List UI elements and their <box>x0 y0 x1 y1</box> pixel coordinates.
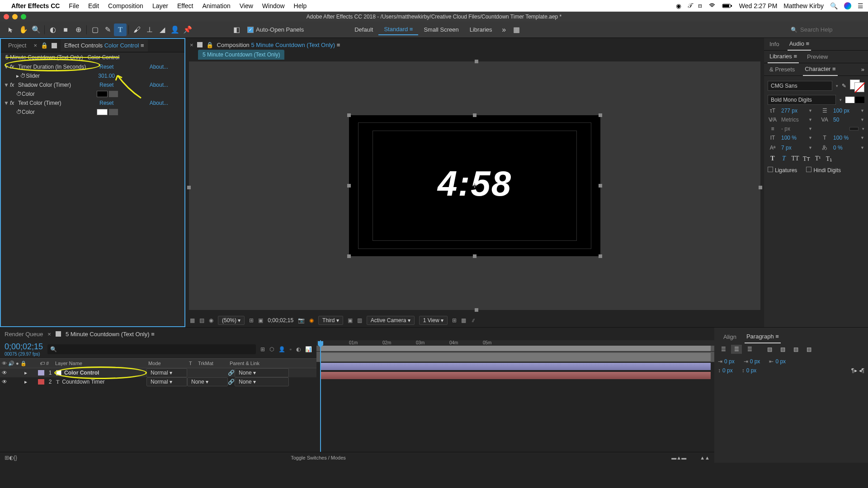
parent-dropdown[interactable]: None ▾ <box>235 377 289 386</box>
parent-dropdown[interactable]: None ▾ <box>235 368 289 377</box>
stroke-width-value[interactable]: - px <box>781 126 805 132</box>
about-link[interactable]: About... <box>150 64 168 70</box>
color-swatch[interactable] <box>97 109 108 115</box>
help-search-input[interactable] <box>800 26 863 33</box>
tab-paragraph[interactable]: Paragraph ≡ <box>745 330 781 343</box>
menu-help[interactable]: Help <box>294 2 307 9</box>
tab-render-queue[interactable]: Render Queue <box>5 331 43 338</box>
label-color[interactable] <box>38 370 44 375</box>
maximize-button[interactable] <box>21 14 26 19</box>
hindi-checkbox[interactable]: Hindi Digits <box>806 167 841 174</box>
current-timecode[interactable]: 0;00;02;15 <box>5 342 43 352</box>
time-ruler[interactable]: 01m 02m 03m 04m 05m <box>316 340 714 352</box>
justify-right-button[interactable]: ▤ <box>790 345 801 354</box>
align-right-button[interactable]: ☰ <box>744 345 755 354</box>
align-center-button[interactable]: ☰ <box>731 345 742 354</box>
comp-flowchart-tab[interactable]: 5 Minute Countdown (Text Only) <box>198 50 284 60</box>
type-tool-icon[interactable]: T <box>114 23 127 36</box>
tab-effect-controls[interactable]: Effect Controls Color Control ≡ <box>61 39 147 52</box>
close-tab-icon[interactable]: × <box>33 42 37 49</box>
viewer-timecode[interactable]: 0;00;02;15 <box>268 317 293 324</box>
video-col-icon[interactable]: 👁 <box>2 361 7 366</box>
blend-mode-dropdown[interactable]: Normal ▾ <box>146 377 187 386</box>
snapshot-icon[interactable]: 📷 <box>298 317 305 324</box>
spotlight-icon[interactable]: 🔍 <box>830 2 838 9</box>
timeline-tracks[interactable]: 01m 02m 03m 04m 05m <box>316 340 714 452</box>
eyedropper-icon[interactable] <box>109 91 118 97</box>
workspace-libraries[interactable]: Libraries <box>464 24 498 35</box>
tab-timeline-comp[interactable]: 5 Minute Countdown (Text Only) ≡ <box>66 331 155 338</box>
rulers-icon[interactable]: ▦ <box>510 23 523 36</box>
reset-button[interactable]: Reset <box>99 64 127 70</box>
effect-text-color[interactable]: ▼fx Text Color (Timer) Reset About... <box>1 99 184 108</box>
notifications-icon[interactable]: ☰ <box>858 2 863 9</box>
reset-button[interactable]: Reset <box>99 82 127 88</box>
grid-icon[interactable]: ▤ <box>199 317 204 324</box>
playhead[interactable] <box>320 340 321 452</box>
more-workspaces-icon[interactable]: » <box>498 23 510 36</box>
menu-view[interactable]: View <box>240 2 253 9</box>
tab-libraries[interactable]: Libraries ≡ <box>768 50 799 63</box>
indent-left-value[interactable]: 0 px <box>724 358 735 365</box>
baseline-value[interactable]: 7 px <box>781 145 805 151</box>
tab-composition[interactable]: Composition 5 Minute Countdown (Text Onl… <box>217 42 340 48</box>
exposure-icon[interactable]: ▣ <box>348 317 353 324</box>
hand-tool-icon[interactable]: ✋ <box>17 23 30 36</box>
record-icon[interactable]: ◉ <box>676 2 681 9</box>
views-dropdown[interactable]: 1 View ▾ <box>419 316 448 325</box>
zoom-slider-icon[interactable]: ▬▲▬ <box>671 455 686 460</box>
shape-tool-icon[interactable]: ▢ <box>89 23 101 36</box>
audio-col-icon[interactable]: 🔊 <box>8 361 14 366</box>
clone-tool-icon[interactable]: ⊥ <box>143 23 156 36</box>
font-family-dropdown[interactable]: CMG Sans <box>768 81 832 91</box>
space-after-value[interactable]: 0 px <box>746 367 757 374</box>
tab-audio[interactable]: Audio ≡ <box>788 38 811 51</box>
lock-icon[interactable]: 🔒 <box>206 42 213 48</box>
smallcaps-button[interactable]: Tᴛ <box>802 154 811 163</box>
menu-window[interactable]: Window <box>262 2 285 9</box>
auto-open-checkbox[interactable]: ✓ Auto-Open Panels <box>247 26 304 33</box>
font-style-dropdown[interactable]: Bold Mono Digits <box>768 95 836 105</box>
slider-value[interactable]: 301.00 <box>98 73 115 79</box>
layer-bar[interactable] <box>320 372 711 379</box>
mask-icon[interactable]: ◉ <box>209 317 213 324</box>
indent-right-value[interactable]: 0 px <box>775 358 786 365</box>
tab-align[interactable]: Align <box>722 331 738 343</box>
tsume-value[interactable]: 0 % <box>833 145 857 151</box>
timeline-icon[interactable]: ⫽ <box>471 317 476 324</box>
menu-animation[interactable]: Animation <box>202 2 230 9</box>
roto-tool-icon[interactable]: 👤 <box>169 23 181 36</box>
text-direction-rtl-icon[interactable]: ◂¶ <box>859 367 864 374</box>
close-button[interactable] <box>4 14 9 19</box>
allcaps-button[interactable]: TT <box>790 154 800 163</box>
eyedropper-icon[interactable]: ✎ <box>842 83 846 89</box>
tab-project[interactable]: Project <box>5 39 30 52</box>
effect-timer-duration[interactable]: ▼fx Timer Duration (In Seconds) Reset Ab… <box>1 62 184 71</box>
pan-behind-tool-icon[interactable]: ⊕ <box>72 23 85 36</box>
pixel-aspect-icon[interactable]: ⊞ <box>452 317 457 324</box>
transparency-icon[interactable]: ▣ <box>258 317 263 324</box>
text-tool-icon[interactable]: 𝒯 <box>688 2 692 9</box>
shy-icon[interactable]: 👤 <box>278 346 285 352</box>
zoom-tool-icon[interactable]: 🔍 <box>30 23 42 36</box>
layer-row-countdown-timer[interactable]: 👁 ▸ 2 T Countdown Timer Normal ▾ None ▾ … <box>0 377 316 386</box>
align-left-button[interactable]: ☰ <box>718 345 729 354</box>
channel-icon[interactable]: ◉ <box>309 317 314 324</box>
justify-center-button[interactable]: ▤ <box>777 345 788 354</box>
timeline-search[interactable]: 🔍 <box>47 344 256 354</box>
workspace-small[interactable]: Small Screen <box>418 24 464 35</box>
eraser-tool-icon[interactable]: ◢ <box>156 23 169 36</box>
wifi-icon[interactable] <box>708 3 716 9</box>
expand-icon[interactable]: » <box>861 66 864 73</box>
tab-preview[interactable]: Preview <box>805 51 830 63</box>
app-name[interactable]: After Effects CC <box>11 2 60 9</box>
menu-layer[interactable]: Layer <box>152 2 168 9</box>
tab-info[interactable]: Info <box>768 38 781 50</box>
vscale-value[interactable]: 100 % <box>781 135 805 141</box>
camera-tool-icon[interactable]: ■ <box>59 23 72 36</box>
space-before-value[interactable]: 0 px <box>722 367 733 374</box>
faux-italic-button[interactable]: T <box>779 154 789 163</box>
channel-dropdown[interactable]: Third ▾ <box>318 316 343 325</box>
selection-tool-icon[interactable] <box>5 23 17 36</box>
tab-character[interactable]: Character ≡ <box>803 63 837 76</box>
